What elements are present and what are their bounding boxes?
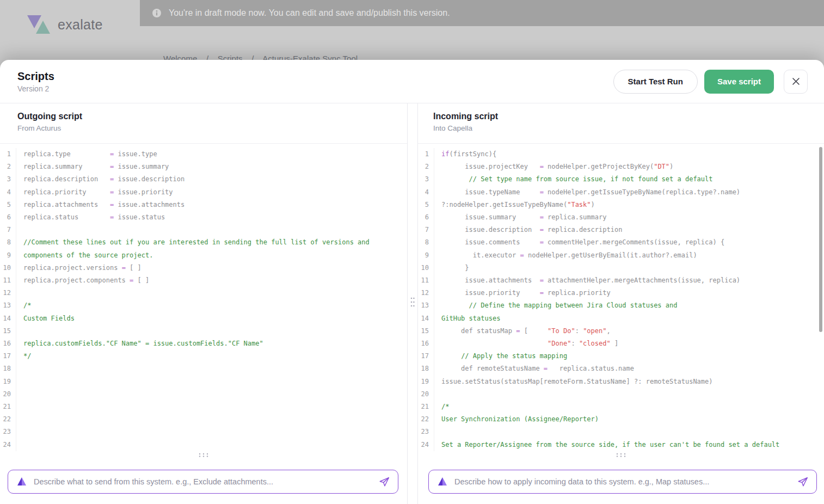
code-line[interactable]: 11replica.project.components = [ ] (0, 274, 407, 287)
code-text: Custom Fields (16, 312, 75, 325)
code-line[interactable]: 21/* (418, 401, 824, 413)
code-text (434, 426, 441, 438)
code-line[interactable]: 21 (0, 401, 407, 413)
line-number: 11 (418, 274, 434, 287)
code-line[interactable]: 10replica.project.versions = [ ] (0, 262, 407, 274)
code-line[interactable]: 5?:nodeHelper.getIssueTypeByName("Task") (418, 199, 824, 211)
code-line[interactable]: 18 def remoteStatusName = replica.status… (418, 362, 824, 375)
code-line[interactable]: 9 it.executor = nodeHelper.getUserByEmai… (418, 249, 824, 262)
code-line[interactable]: 9components of the source project. (0, 249, 407, 262)
code-line[interactable]: 16 "Done": "closed" ] (418, 337, 824, 350)
code-line[interactable]: 2replica.summary = issue.summary (0, 161, 407, 173)
code-text (16, 426, 23, 438)
code-line[interactable]: 15 def statusMap = [ "To Do": "open", (418, 325, 824, 337)
line-number: 17 (418, 350, 434, 362)
exalate-logo-icon (24, 12, 52, 37)
code-line[interactable]: 24Set a Reporter/Assignee from the sourc… (418, 439, 824, 451)
code-line[interactable]: 12 (0, 287, 407, 299)
code-line[interactable]: 12 issue.priority = replica.priority (418, 287, 824, 299)
panel-resize-handle[interactable] (410, 297, 415, 308)
editor-resize-handle[interactable] (616, 452, 626, 458)
send-icon[interactable] (378, 476, 390, 488)
close-button[interactable] (784, 70, 808, 94)
incoming-resize-row (418, 451, 824, 459)
incoming-script-editor[interactable]: 1if(firstSync){2 issue.projectKey = node… (418, 144, 824, 451)
line-number: 8 (0, 236, 16, 249)
code-line[interactable]: 20 (418, 388, 824, 401)
line-number: 19 (418, 376, 434, 388)
code-line[interactable]: 3 // Set type name from source issue, if… (418, 173, 824, 186)
code-line[interactable]: 22User Synchronization (Assignee/Reporte… (418, 413, 824, 426)
code-line[interactable]: 17 // Apply the status mapping (418, 350, 824, 362)
code-text: replica.project.components = [ ] (16, 274, 149, 287)
line-number: 17 (0, 350, 16, 362)
code-line[interactable]: 19 (0, 376, 407, 388)
code-text: issue.priority = replica.priority (434, 287, 611, 299)
code-line[interactable]: 23 (0, 426, 407, 438)
outgoing-script-editor[interactable]: 1replica.type = issue.type2replica.summa… (0, 144, 407, 451)
ai-prompt-outgoing (8, 470, 398, 494)
code-line[interactable]: 5replica.attachments = issue.attachments (0, 199, 407, 211)
modal-title-block: Scripts Version 2 (17, 70, 54, 93)
code-line[interactable]: 4replica.priority = issue.priority (0, 186, 407, 199)
code-line[interactable]: 11 issue.attachments = attachmentHelper.… (418, 274, 824, 287)
start-test-run-button[interactable]: Start Test Run (613, 70, 698, 94)
code-line[interactable]: 13/* (0, 299, 407, 312)
line-number: 4 (0, 186, 16, 199)
banner-text: You're in draft mode now. You can edit a… (169, 8, 450, 18)
code-text: // Set type name from source issue, if n… (434, 173, 713, 186)
code-line[interactable]: 14GitHub statuses (418, 312, 824, 325)
code-line[interactable]: 17*/ (0, 350, 407, 362)
line-number: 20 (418, 388, 434, 401)
code-line[interactable]: 13 // Define the mapping between Jira Cl… (418, 299, 824, 312)
line-number: 24 (418, 439, 434, 451)
code-line[interactable]: 1replica.type = issue.type (0, 148, 407, 161)
line-number: 4 (418, 186, 434, 199)
code-line[interactable]: 15 (0, 325, 407, 337)
exalate-logo-text: exalate (58, 17, 103, 33)
code-line[interactable]: 8 issue.comments = commentHelper.mergeCo… (418, 236, 824, 249)
line-number: 5 (0, 199, 16, 211)
code-line[interactable]: 6replica.status = issue.status (0, 211, 407, 224)
code-line[interactable]: 22 (0, 413, 407, 426)
code-text (434, 388, 441, 401)
code-line[interactable]: 23 (418, 426, 824, 438)
save-script-button[interactable]: Save script (704, 70, 774, 94)
modal-header: Scripts Version 2 Start Test Run Save sc… (0, 60, 824, 103)
incoming-title: Incoming script (433, 112, 824, 121)
code-text: replica.summary = issue.summary (16, 161, 169, 173)
code-line[interactable]: 6 issue.summary = replica.summary (418, 211, 824, 224)
exalate-ai-icon (16, 477, 27, 487)
incoming-panel-header: Incoming script Into Capella (418, 103, 824, 144)
line-number: 1 (0, 148, 16, 161)
code-line[interactable]: 19issue.setStatus(statusMap[remoteForm.S… (418, 376, 824, 388)
line-number: 23 (418, 426, 434, 438)
line-number: 16 (418, 337, 434, 350)
code-text: Set a Reporter/Assignee from the source … (434, 439, 779, 451)
ai-prompt-input-outgoing[interactable] (34, 477, 372, 486)
line-number: 21 (418, 401, 434, 413)
code-line[interactable]: 8//Comment these lines out if you are in… (0, 236, 407, 249)
code-line[interactable]: 7 issue.description = replica.descriptio… (418, 224, 824, 236)
code-line[interactable]: 7 (0, 224, 407, 236)
code-line[interactable]: 14Custom Fields (0, 312, 407, 325)
code-line[interactable]: 20 (0, 388, 407, 401)
code-text: def statusMap = [ "To Do": "open", (434, 325, 611, 337)
ai-prompt-input-incoming[interactable] (454, 477, 790, 486)
editor-resize-handle[interactable] (198, 452, 209, 458)
scrollbar-thumb[interactable] (819, 147, 822, 332)
send-icon[interactable] (797, 476, 809, 488)
code-line[interactable]: 16replica.customFields."CF Name" = issue… (0, 337, 407, 350)
code-line[interactable]: 3replica.description = issue.description (0, 173, 407, 186)
outgoing-title: Outgoing script (17, 112, 407, 121)
outgoing-panel-header: Outgoing script From Acturus (0, 103, 407, 144)
code-line[interactable]: 24 (0, 439, 407, 451)
code-line[interactable]: 1if(firstSync){ (418, 148, 824, 161)
code-line[interactable]: 18 (0, 362, 407, 375)
line-number: 14 (0, 312, 16, 325)
code-line[interactable]: 10 } (418, 262, 824, 274)
code-text: replica.type = issue.type (16, 148, 157, 161)
code-line[interactable]: 2 issue.projectKey = nodeHelper.getProje… (418, 161, 824, 173)
line-number: 19 (0, 376, 16, 388)
code-line[interactable]: 4 issue.typeName = nodeHelper.getIssueTy… (418, 186, 824, 199)
